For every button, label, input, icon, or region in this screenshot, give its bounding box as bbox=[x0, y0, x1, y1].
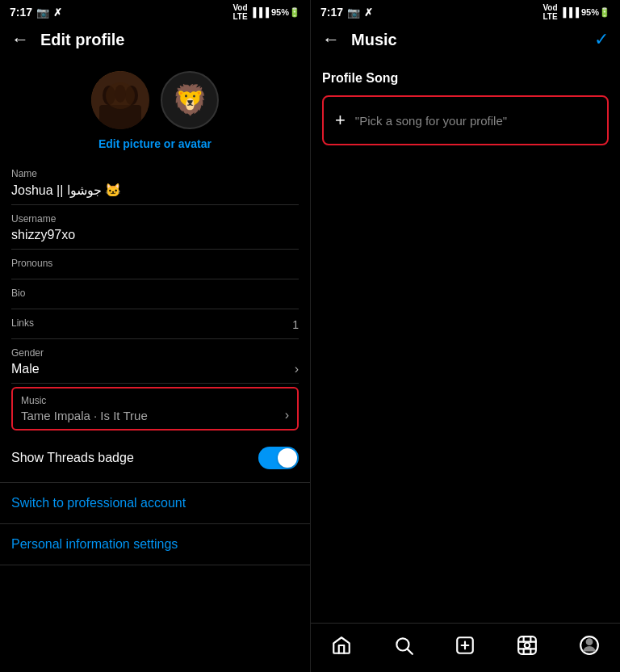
threads-badge-row: Show Threads badge bbox=[0, 434, 310, 483]
threads-badge-label: Show Threads badge bbox=[11, 451, 134, 465]
edit-profile-title: Edit profile bbox=[40, 31, 299, 49]
signal-bars-right: ▐▐▐ bbox=[560, 7, 579, 17]
camera-icon: 📷 bbox=[36, 6, 49, 19]
avatar-row: 🦁 bbox=[91, 71, 219, 129]
camera-icon-right: 📷 bbox=[347, 6, 360, 19]
network-left: VodLTE bbox=[232, 3, 247, 21]
pronouns-label: Pronouns bbox=[11, 258, 299, 269]
name-label: Name bbox=[11, 168, 299, 179]
name-value: Joshua || جوشوا 🐱 bbox=[11, 183, 299, 198]
threads-badge-toggle[interactable] bbox=[258, 447, 299, 469]
back-button-left[interactable]: ← bbox=[11, 29, 29, 50]
add-song-icon: + bbox=[335, 110, 346, 131]
pick-song-placeholder: "Pick a song for your profile" bbox=[355, 114, 507, 128]
svg-rect-4 bbox=[99, 105, 141, 129]
profile-song-section: Profile Song + "Pick a song for your pro… bbox=[311, 58, 620, 145]
svg-point-3 bbox=[125, 86, 138, 105]
status-bar-left: 7:17 📷 ✗ VodLTE ▐▐▐ 95%🔋 bbox=[0, 0, 310, 23]
bottom-nav bbox=[311, 623, 620, 672]
search-nav-button[interactable] bbox=[388, 632, 420, 659]
svg-rect-10 bbox=[518, 636, 536, 654]
music-label: Music bbox=[21, 395, 289, 406]
username-label: Username bbox=[11, 213, 299, 225]
username-field[interactable]: Username shizzy97xo bbox=[11, 205, 299, 250]
gender-chevron-icon: › bbox=[295, 362, 299, 376]
time-right: 7:17 bbox=[320, 6, 343, 19]
username-value: shizzy97xo bbox=[11, 228, 299, 242]
check-button[interactable]: ✓ bbox=[594, 29, 609, 50]
field-group: Name Joshua || جوشوا 🐱 Username shizzy97… bbox=[0, 160, 310, 430]
gender-field[interactable]: Gender Male › bbox=[11, 339, 299, 384]
personal-info-label: Personal information settings bbox=[11, 537, 178, 551]
name-field[interactable]: Name Joshua || جوشوا 🐱 bbox=[11, 160, 299, 205]
battery-left: 95%🔋 bbox=[271, 7, 300, 18]
status-bar-right: 7:17 📷 ✗ VodLTE ▐▐▐ 95%🔋 bbox=[311, 0, 620, 23]
edit-avatar-link[interactable]: Edit picture or avatar bbox=[98, 137, 212, 150]
right-panel: 7:17 📷 ✗ VodLTE ▐▐▐ 95%🔋 ← Music ✓ Profi… bbox=[310, 0, 620, 672]
twitter-icon: ✗ bbox=[53, 6, 62, 19]
avatar-section: 🦁 Edit picture or avatar bbox=[0, 58, 310, 160]
music-header: ← Music ✓ bbox=[311, 23, 620, 58]
switch-professional-label: Switch to professional account bbox=[11, 496, 186, 510]
left-panel: 7:17 📷 ✗ VodLTE ▐▐▐ 95%🔋 ← Edit profile bbox=[0, 0, 310, 672]
avatar-lion[interactable]: 🦁 bbox=[161, 71, 219, 129]
svg-point-2 bbox=[115, 85, 126, 103]
twitter-icon-right: ✗ bbox=[364, 6, 373, 19]
time-left: 7:17 bbox=[10, 6, 32, 19]
pick-song-box[interactable]: + "Pick a song for your profile" bbox=[322, 95, 609, 145]
svg-line-6 bbox=[408, 649, 413, 654]
right-spacer bbox=[311, 145, 620, 623]
fields-scroll: Name Joshua || جوشوا 🐱 Username shizzy97… bbox=[0, 160, 310, 672]
switch-professional-item[interactable]: Switch to professional account bbox=[0, 483, 310, 524]
music-field[interactable]: Music Tame Impala · Is It True › bbox=[11, 387, 299, 430]
network-right: VodLTE bbox=[542, 3, 557, 21]
bio-label: Bio bbox=[11, 288, 299, 299]
svg-point-19 bbox=[586, 639, 592, 645]
pronouns-field[interactable]: Pronouns bbox=[11, 250, 299, 279]
battery-right: 95%🔋 bbox=[581, 7, 610, 18]
music-value: Tame Impala · Is It True bbox=[21, 409, 148, 422]
svg-point-1 bbox=[103, 86, 115, 105]
music-chevron-icon: › bbox=[285, 408, 289, 422]
links-field[interactable]: Links 1 bbox=[11, 309, 299, 339]
edit-profile-header: ← Edit profile bbox=[0, 23, 310, 58]
back-button-right[interactable]: ← bbox=[322, 29, 340, 50]
gender-value: Male bbox=[11, 362, 40, 376]
toggle-knob bbox=[278, 448, 297, 468]
add-nav-button[interactable] bbox=[449, 632, 481, 659]
svg-point-11 bbox=[525, 643, 530, 649]
profile-song-label: Profile Song bbox=[311, 58, 620, 95]
links-label: Links bbox=[11, 317, 34, 329]
music-title: Music bbox=[351, 31, 583, 49]
links-count: 1 bbox=[292, 318, 299, 331]
home-nav-button[interactable] bbox=[325, 632, 358, 659]
gender-label: Gender bbox=[11, 347, 299, 359]
personal-info-item[interactable]: Personal information settings bbox=[0, 524, 310, 565]
bio-field[interactable]: Bio bbox=[11, 279, 299, 309]
reels-nav-button[interactable] bbox=[511, 632, 543, 659]
profile-nav-button[interactable] bbox=[573, 632, 605, 659]
signal-bars-left: ▐▐▐ bbox=[250, 7, 269, 17]
profile-photo[interactable] bbox=[91, 71, 149, 129]
